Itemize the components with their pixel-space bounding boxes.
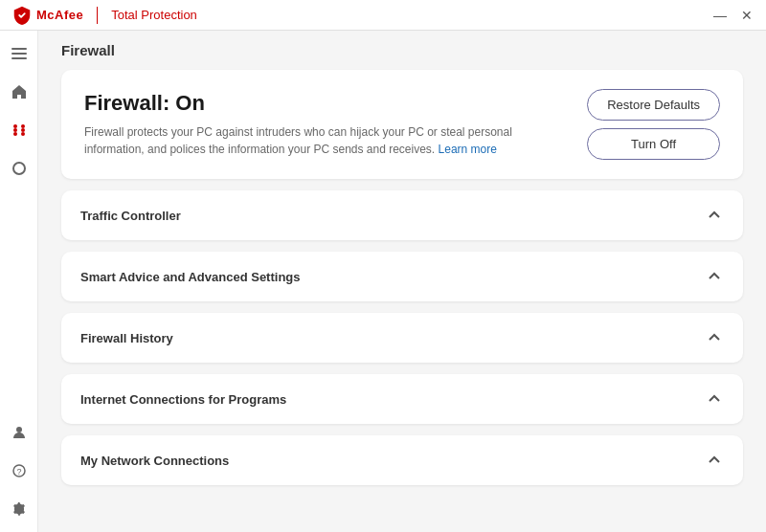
app-body: ? Firewall Firewall: On Firewall protect… (0, 31, 766, 532)
accordion-traffic-controller: Traffic Controller (61, 190, 743, 240)
accordion-internet-connections: Internet Connections for Programs (61, 374, 743, 424)
accordion-smart-advice: Smart Advice and Advanced Settings (61, 252, 743, 301)
accordion-firewall-history: Firewall History (61, 313, 743, 363)
chevron-up-icon-network-connections (705, 451, 724, 470)
chevron-up-icon-internet-connections (705, 389, 724, 409)
learn-more-link[interactable]: Learn more (439, 143, 497, 156)
content-area: Firewall: On Firewall protects your PC a… (38, 70, 766, 500)
svg-rect-0 (11, 48, 27, 50)
status-card-right: Restore Defaults Turn Off (587, 89, 720, 160)
title-bar: McAfee Total Protection — ✕ (0, 0, 766, 31)
svg-point-5 (13, 128, 17, 132)
app-logo: McAfee Total Protection (11, 5, 197, 26)
title-divider (97, 7, 98, 24)
svg-rect-2 (11, 57, 27, 59)
accordion-title-network-connections: My Network Connections (80, 454, 229, 468)
status-card-left: Firewall: On Firewall protects your PC a… (84, 91, 564, 158)
accordion-header-smart-advice[interactable]: Smart Advice and Advanced Settings (61, 252, 743, 301)
sidebar-item-home[interactable] (4, 77, 34, 107)
firewall-status-title: Firewall: On (84, 91, 564, 116)
chevron-up-icon-traffic (705, 206, 724, 225)
accordion-header-internet-connections[interactable]: Internet Connections for Programs (61, 374, 743, 424)
main-content: Firewall Firewall: On Firewall protects … (38, 31, 766, 532)
svg-point-7 (13, 132, 17, 136)
turn-off-button[interactable]: Turn Off (587, 128, 720, 160)
sidebar-item-hamburger[interactable] (4, 38, 34, 69)
close-button[interactable]: ✕ (739, 8, 755, 23)
mcafee-logo: McAfee (11, 5, 83, 26)
svg-point-8 (21, 132, 25, 136)
sidebar-item-circle[interactable] (4, 153, 34, 184)
svg-text:?: ? (16, 467, 21, 477)
accordion-header-firewall-history[interactable]: Firewall History (61, 313, 743, 363)
svg-point-4 (21, 124, 25, 128)
accordion-header-network-connections[interactable]: My Network Connections (61, 435, 743, 485)
sidebar-bottom: ? (4, 417, 34, 524)
sidebar-item-user[interactable] (4, 417, 34, 448)
svg-point-3 (13, 124, 17, 128)
accordion-title-smart-advice: Smart Advice and Advanced Settings (80, 270, 301, 284)
page-header: Firewall (38, 31, 766, 70)
sidebar-item-grid[interactable] (4, 115, 34, 145)
mcafee-text: McAfee (36, 8, 83, 22)
chevron-up-icon-smart-advice (705, 267, 724, 286)
sidebar-item-help[interactable]: ? (4, 455, 34, 486)
svg-point-6 (21, 128, 25, 132)
firewall-status-card: Firewall: On Firewall protects your PC a… (61, 70, 743, 179)
mcafee-logo-icon (11, 5, 33, 26)
svg-rect-1 (11, 53, 27, 55)
sidebar: ? (0, 31, 38, 532)
accordion-title-firewall-history: Firewall History (80, 331, 173, 345)
accordion-title-traffic-controller: Traffic Controller (80, 209, 181, 223)
firewall-status-description: Firewall protects your PC against intrud… (84, 123, 544, 158)
window-controls: — ✕ (712, 8, 755, 23)
sidebar-item-settings[interactable] (4, 494, 34, 524)
accordion-header-traffic-controller[interactable]: Traffic Controller (61, 190, 743, 240)
minimize-button[interactable]: — (712, 8, 728, 23)
app-title: Total Protection (111, 8, 197, 22)
restore-defaults-button[interactable]: Restore Defaults (587, 89, 720, 121)
accordion-title-internet-connections: Internet Connections for Programs (80, 392, 286, 407)
accordion-network-connections: My Network Connections (61, 435, 743, 485)
svg-point-9 (13, 163, 25, 174)
svg-point-10 (16, 427, 22, 432)
chevron-up-icon-firewall-history (705, 328, 724, 347)
